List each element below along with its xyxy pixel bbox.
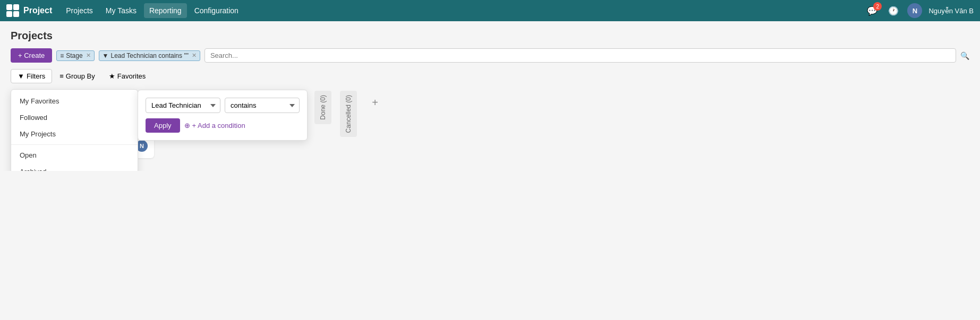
dropdown-divider-1 bbox=[11, 144, 138, 145]
app-name: Project bbox=[23, 6, 52, 15]
custom-filter-panel: Lead Technician contains Apply ⊕ + Add a… bbox=[138, 90, 308, 141]
filter-funnel-icon: ▼ bbox=[103, 52, 109, 59]
star-icon: ★ bbox=[109, 72, 115, 80]
notification-badge: 2 bbox=[873, 2, 882, 11]
col-done-label: Done (0) bbox=[319, 95, 327, 120]
filter-followed[interactable]: Followed bbox=[11, 109, 138, 126]
page-title: Projects bbox=[11, 30, 969, 42]
nav-configuration[interactable]: Configuration bbox=[189, 3, 244, 18]
apply-button[interactable]: Apply bbox=[146, 118, 180, 133]
filter-open[interactable]: Open bbox=[11, 147, 138, 163]
archived-label: Archived bbox=[20, 168, 47, 171]
followed-label: Followed bbox=[20, 114, 47, 122]
create-button[interactable]: + Create bbox=[11, 48, 52, 63]
col-cancelled-label: Cancelled (0) bbox=[345, 95, 352, 133]
open-label: Open bbox=[20, 151, 37, 159]
filter-tabs-container: ▼ Filters ≡ Group By ★ Favorites My Favo… bbox=[11, 69, 152, 83]
nav-reporting[interactable]: Reporting bbox=[144, 3, 187, 18]
nav-links: Projects My Tasks Reporting Configuratio… bbox=[61, 3, 860, 18]
lead-tech-filter-label: Lead Technician contains "" bbox=[111, 52, 189, 59]
list-view-icon: ≡ bbox=[60, 52, 64, 59]
add-column-button[interactable]: + bbox=[365, 93, 385, 112]
filters-dropdown: My Favorites Followed My Projects Open A… bbox=[11, 89, 138, 171]
custom-filter-actions: Apply ⊕ + Add a condition bbox=[146, 118, 300, 133]
lead-tech-filter-remove[interactable]: ✕ bbox=[192, 52, 197, 59]
tab-filters[interactable]: ▼ Filters bbox=[11, 69, 52, 83]
filter-archived[interactable]: Archived bbox=[11, 163, 138, 171]
my-favorites-label: My Favorites bbox=[20, 97, 59, 105]
header-right: 💬 2 🕐 N Nguyễn Văn B bbox=[865, 3, 974, 18]
search-input[interactable] bbox=[204, 48, 956, 63]
view-toggle-chip[interactable]: ≡ Stage ✕ bbox=[56, 50, 94, 61]
filter-condition-select[interactable]: contains bbox=[225, 98, 300, 113]
logo-grid-icon bbox=[6, 4, 19, 17]
tab-group-by[interactable]: ≡ Group By bbox=[53, 70, 101, 83]
add-condition-button[interactable]: ⊕ + Add a condition bbox=[184, 122, 245, 129]
filter-tabs: ▼ Filters ≡ Group By ★ Favorites bbox=[11, 69, 152, 83]
nav-my-tasks[interactable]: My Tasks bbox=[100, 3, 142, 18]
plus-icon: ⊕ bbox=[184, 122, 190, 129]
main-content: Projects + Create ≡ Stage ✕ ▼ Lead Techn… bbox=[0, 21, 980, 171]
kanban-col-cancelled: Cancelled (0) bbox=[340, 91, 357, 137]
add-column-area: + bbox=[365, 91, 385, 112]
search-button[interactable]: 🔍 bbox=[960, 51, 969, 60]
stage-filter-remove[interactable]: ✕ bbox=[86, 52, 91, 59]
nav-projects[interactable]: Projects bbox=[61, 3, 98, 18]
messages-button[interactable]: 💬 2 bbox=[865, 3, 880, 18]
top-navigation: Project Projects My Tasks Reporting Conf… bbox=[0, 0, 980, 21]
app-logo[interactable]: Project bbox=[6, 4, 52, 17]
kanban-col-done: Done (0) bbox=[314, 91, 331, 124]
activity-button[interactable]: 🕐 bbox=[886, 3, 901, 18]
user-name: Nguyễn Văn B bbox=[928, 7, 974, 15]
filter-my-projects[interactable]: My Projects bbox=[11, 126, 138, 142]
filter-field-select[interactable]: Lead Technician bbox=[146, 98, 220, 113]
toolbar: + Create ≡ Stage ✕ ▼ Lead Technician con… bbox=[11, 48, 969, 63]
filter-icon: ▼ bbox=[18, 72, 24, 80]
my-projects-label: My Projects bbox=[20, 130, 56, 138]
tab-favorites[interactable]: ★ Favorites bbox=[103, 70, 152, 83]
custom-filter-row: Lead Technician contains bbox=[146, 98, 300, 113]
lead-tech-filter-chip[interactable]: ▼ Lead Technician contains "" ✕ bbox=[99, 50, 200, 61]
filter-my-favorites[interactable]: My Favorites bbox=[11, 93, 138, 109]
list-icon: ≡ bbox=[59, 72, 64, 80]
stage-filter-label: Stage bbox=[66, 52, 82, 59]
user-avatar[interactable]: N bbox=[907, 3, 922, 18]
